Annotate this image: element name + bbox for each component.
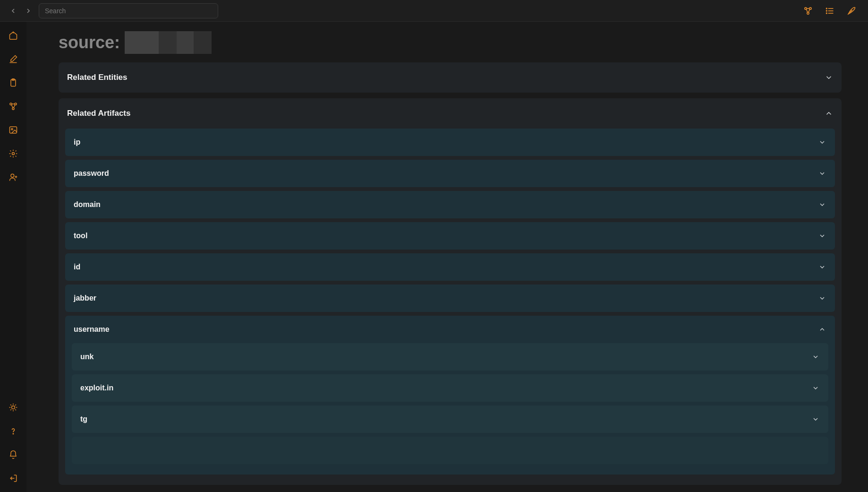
artifact-label: ip — [74, 138, 80, 147]
topbar — [0, 0, 868, 22]
artifact-label: jabber — [74, 294, 96, 302]
username-sub-unk[interactable]: unk — [72, 343, 828, 371]
theme-icon[interactable] — [8, 402, 18, 413]
username-sub-more[interactable] — [72, 437, 828, 464]
redacted-title — [125, 31, 212, 54]
svg-line-21 — [14, 104, 15, 108]
logout-icon[interactable] — [8, 473, 18, 483]
gear-icon[interactable] — [8, 148, 18, 159]
graph-icon[interactable] — [803, 6, 813, 16]
artifact-label: domain — [74, 200, 101, 209]
chevron-down-icon — [818, 232, 826, 240]
svg-point-38 — [13, 433, 13, 434]
artifact-label: id — [74, 263, 80, 271]
sidebar — [0, 22, 26, 492]
chevron-down-icon — [811, 446, 820, 455]
nav-forward-button[interactable] — [23, 5, 34, 17]
artifact-row-id[interactable]: id — [65, 253, 835, 281]
edit-icon[interactable] — [8, 54, 18, 64]
chevron-down-icon — [811, 353, 820, 361]
subrow-label: unk — [80, 353, 94, 361]
artifact-row-jabber[interactable]: jabber — [65, 285, 835, 312]
panel-header-related-entities[interactable]: Related Entities — [59, 62, 842, 93]
chevron-down-icon — [818, 263, 826, 271]
artifact-row-password[interactable]: password — [65, 160, 835, 187]
clipboard-icon[interactable] — [8, 78, 18, 88]
artifact-row-username-header[interactable]: username — [65, 316, 835, 343]
artifact-label: password — [74, 169, 109, 178]
subrow-label — [80, 446, 82, 455]
artifact-label: username — [74, 325, 110, 334]
svg-line-35 — [15, 409, 16, 410]
artifact-row-tool[interactable]: tool — [65, 222, 835, 250]
svg-rect-23 — [10, 127, 17, 133]
svg-point-24 — [11, 129, 13, 130]
svg-line-36 — [10, 409, 11, 410]
main-content: source: Related Entities Related Artifac… — [26, 22, 868, 492]
svg-point-10 — [826, 10, 827, 11]
page-title: source: — [59, 31, 842, 54]
user-add-icon[interactable] — [8, 172, 18, 182]
panel-header-related-artifacts[interactable]: Related Artifacts — [59, 98, 842, 129]
svg-point-25 — [12, 153, 15, 155]
chevron-down-icon — [818, 169, 826, 178]
chevron-down-icon — [818, 200, 826, 209]
svg-point-29 — [12, 406, 15, 409]
search-input[interactable] — [39, 3, 218, 18]
svg-point-9 — [826, 8, 827, 9]
svg-point-11 — [826, 13, 827, 14]
home-icon[interactable] — [8, 30, 18, 41]
artifact-row-ip[interactable]: ip — [65, 129, 835, 156]
subrow-label: exploit.in — [80, 384, 113, 392]
svg-line-4 — [808, 9, 810, 12]
svg-line-20 — [11, 104, 13, 108]
username-sub-exploitin[interactable]: exploit.in — [72, 374, 828, 402]
nav-back-button[interactable] — [8, 5, 19, 17]
username-sub-tg[interactable]: tg — [72, 406, 828, 433]
page-title-prefix: source: — [59, 33, 120, 52]
chevron-down-icon — [818, 138, 826, 147]
chevron-up-icon — [818, 325, 826, 334]
panel-related-entities: Related Entities — [59, 62, 842, 93]
network-icon[interactable] — [8, 101, 18, 112]
panel-title: Related Artifacts — [67, 109, 130, 118]
chevron-down-icon — [811, 415, 820, 423]
chevron-down-icon — [825, 73, 833, 82]
pen-icon[interactable] — [846, 6, 857, 16]
image-icon[interactable] — [8, 125, 18, 135]
svg-line-3 — [806, 9, 808, 12]
chevron-up-icon — [825, 109, 833, 118]
panel-title: Related Entities — [67, 73, 128, 82]
svg-line-37 — [15, 405, 16, 406]
artifact-label: tool — [74, 232, 87, 240]
subrow-label: tg — [80, 415, 87, 423]
artifact-row-domain[interactable]: domain — [65, 191, 835, 218]
svg-point-26 — [11, 174, 14, 177]
bell-icon[interactable] — [8, 449, 18, 460]
help-icon[interactable] — [8, 426, 18, 436]
chevron-down-icon — [811, 384, 820, 392]
artifact-row-username: username unk exploit.in — [65, 316, 835, 475]
svg-line-34 — [10, 405, 11, 406]
panel-related-artifacts: Related Artifacts ip password — [59, 98, 842, 485]
chevron-down-icon — [818, 294, 826, 302]
list-icon[interactable] — [825, 6, 835, 16]
